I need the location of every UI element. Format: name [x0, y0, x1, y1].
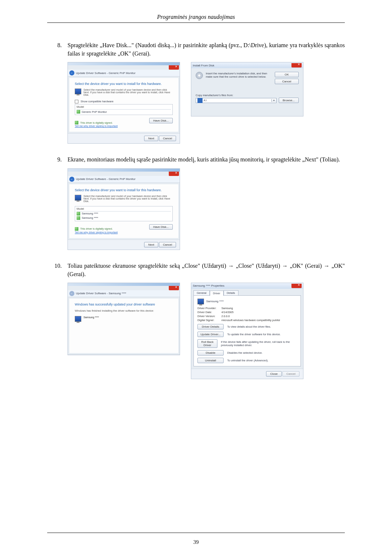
- prop-key: Driver Date:: [197, 311, 221, 314]
- footer-rule: [47, 533, 345, 533]
- figure-update-driver-dialog: ← Update Driver Software - Generic PnP M…: [68, 62, 180, 144]
- list-item[interactable]: Generic PnP Monitor: [77, 110, 171, 114]
- step-text: Ekrane, monitoriaus modelių sąraše pasir…: [68, 155, 345, 164]
- button-desc: Disables the selected device.: [227, 351, 262, 354]
- prop-key: Digital Signer:: [197, 319, 221, 322]
- figure-update-success: ← Update Driver Software - Samsung **** …: [68, 283, 180, 355]
- shield-icon: [77, 216, 80, 220]
- signed-label: This driver is digitally signed.: [80, 122, 113, 124]
- dialog-title: Update Driver Software - Samsung ****: [76, 292, 126, 295]
- list-item-label: Samsung ****: [82, 216, 98, 219]
- model-list[interactable]: Model Generic PnP Monitor: [75, 104, 173, 115]
- button-desc: To uninstall the driver (Advanced).: [227, 359, 268, 362]
- device-label: Samsung ****: [83, 316, 99, 322]
- close-icon[interactable]: [169, 65, 179, 70]
- step-10: 10. Toliau pateiktuose ekranuose spragte…: [47, 262, 345, 278]
- step-text: Toliau pateiktuose ekranuose spragtelėki…: [68, 262, 345, 278]
- page-number: 39: [0, 539, 392, 545]
- cancel-button[interactable]: Cancel: [159, 242, 176, 247]
- chevron-down-icon[interactable]: ▾: [271, 99, 276, 102]
- close-icon[interactable]: [169, 286, 179, 290]
- list-item-label: Generic PnP Monitor: [82, 110, 107, 114]
- have-disk-button[interactable]: Have Disk...: [149, 118, 173, 123]
- prop-val: microsoft windows hardware compatibility…: [221, 319, 280, 322]
- tabs: General Driver Details: [193, 290, 303, 295]
- dialog-title: Update Driver Software - Generic PnP Mon…: [76, 71, 135, 75]
- cd-icon: [196, 72, 203, 79]
- page-header: Programinės įrangos naudojimas: [47, 14, 345, 22]
- close-button[interactable]: Close: [266, 371, 281, 377]
- monitor-icon: [197, 299, 204, 304]
- monitor-icon: [75, 195, 81, 201]
- step-number: 10.: [47, 262, 68, 270]
- ok-button[interactable]: OK: [275, 72, 299, 77]
- dialog-instruction: Select the manufacturer and model of you…: [83, 195, 173, 202]
- prop-key: Driver Version:: [197, 315, 221, 318]
- floppy-icon: [197, 98, 203, 103]
- cancel-button[interactable]: Cancel: [159, 136, 176, 141]
- monitor-icon: [75, 316, 81, 322]
- back-icon[interactable]: ←: [69, 177, 74, 182]
- dialog-heading: Windows has successfully updated your dr…: [75, 303, 173, 306]
- tab-general[interactable]: General: [193, 290, 210, 295]
- figure-select-model: ← Update Driver Software - Generic PnP M…: [68, 168, 180, 250]
- figure-properties-dialog: Samsung **** Properties General Driver D…: [191, 283, 303, 379]
- button-desc: To view details about the driver files.: [227, 325, 271, 328]
- figure-install-from-disk: Install From Disk Insert the manufacture…: [191, 62, 303, 116]
- dialog-instruction: Select the manufacturer and model of you…: [83, 89, 173, 96]
- dialog-title: Update Driver Software - Generic PnP Mon…: [76, 177, 135, 181]
- next-button[interactable]: Next: [144, 242, 158, 247]
- update-driver-button[interactable]: Update Driver...: [197, 332, 224, 337]
- shield-icon: [77, 110, 80, 114]
- dialog-instruction: Insert the manufacturer's installation d…: [206, 72, 272, 84]
- cancel-button[interactable]: Cancel: [275, 79, 299, 84]
- rollback-driver-button[interactable]: Roll Back Driver: [197, 339, 217, 348]
- device-label: Samsung ****: [206, 300, 224, 303]
- button-desc: To update the driver software for this d…: [227, 333, 281, 336]
- close-icon[interactable]: [291, 63, 302, 67]
- copy-label: Copy manufacturer's files from:: [196, 94, 299, 97]
- monitor-icon: [75, 89, 81, 94]
- show-compat-checkbox[interactable]: [75, 100, 78, 103]
- shield-icon: [75, 227, 78, 231]
- close-icon[interactable]: [291, 284, 302, 288]
- signing-link[interactable]: Tell me why driver signing is important: [75, 125, 118, 127]
- step-number: 9.: [47, 155, 68, 164]
- model-header: Model: [77, 105, 171, 110]
- tab-details[interactable]: Details: [224, 290, 238, 295]
- uninstall-button[interactable]: Uninstall: [197, 358, 224, 363]
- prop-key: Driver Provider:: [197, 307, 221, 310]
- back-icon: ←: [69, 291, 74, 296]
- dialog-title: Samsung **** Properties: [193, 284, 224, 287]
- driver-details-button[interactable]: Driver Details: [197, 324, 224, 329]
- model-list[interactable]: Model Samsung **** Samsung ****: [75, 206, 173, 221]
- browse-button[interactable]: Browse...: [279, 98, 299, 103]
- disable-button[interactable]: Disable: [197, 350, 224, 356]
- step-9: 9. Ekrane, monitoriaus modelių sąraše pa…: [47, 155, 345, 164]
- prop-val: Samsung: [221, 307, 233, 310]
- step-number: 8.: [47, 41, 68, 49]
- shield-icon: [77, 212, 80, 216]
- have-disk-button[interactable]: Have Disk...: [149, 224, 173, 230]
- shield-icon: [75, 121, 78, 124]
- drive-dropdown[interactable]: A:\ ▾: [196, 98, 277, 103]
- step-text: Spragtelėkite „Have Disk..." (Naudoti di…: [68, 41, 345, 58]
- signed-label: This driver is digitally signed.: [80, 227, 113, 230]
- close-icon[interactable]: [169, 172, 179, 176]
- back-icon[interactable]: ←: [69, 70, 74, 75]
- header-rule: [47, 22, 345, 23]
- prop-val: 4/14/2005: [221, 311, 233, 314]
- cancel-button: Cancel: [282, 371, 299, 377]
- prop-val: 2.0.0.0: [221, 315, 230, 318]
- dialog-title: Install From Disk: [193, 64, 215, 67]
- next-button[interactable]: Next: [144, 136, 158, 141]
- dialog-heading: Select the device driver you want to ins…: [75, 188, 173, 192]
- signing-link[interactable]: Tell me why driver signing is important: [75, 231, 118, 234]
- list-item[interactable]: Samsung ****: [77, 216, 171, 220]
- step-8: 8. Spragtelėkite „Have Disk..." (Naudoti…: [47, 41, 345, 58]
- tab-driver[interactable]: Driver: [210, 291, 224, 296]
- model-header: Model: [77, 207, 171, 212]
- list-item[interactable]: Samsung ****: [77, 212, 171, 216]
- list-item-label: Samsung ****: [82, 212, 98, 215]
- dialog-subtext: Windows has finished installing the driv…: [75, 309, 173, 312]
